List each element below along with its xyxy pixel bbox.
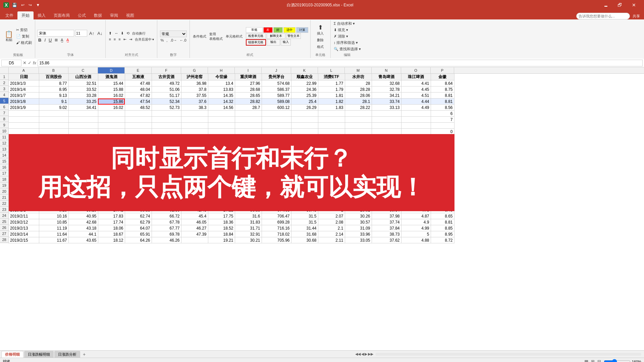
cell-L26[interactable]: 2.1 <box>318 225 345 231</box>
cell-N1[interactable]: 青岛啤酒 <box>372 74 401 80</box>
cell-I1[interactable]: 重庆啤酒 <box>235 74 262 80</box>
cell-C3[interactable]: 33.52 <box>68 86 98 93</box>
row-num-3[interactable]: 3 <box>0 86 8 92</box>
cell-P3[interactable]: 8.75 <box>431 86 454 93</box>
cell-M1[interactable]: 水井坊 <box>345 74 372 80</box>
cell-J4[interactable]: 589.77 <box>262 93 291 99</box>
cell-H2[interactable]: 13.4 <box>208 80 235 86</box>
align-right-button[interactable]: ≡ <box>117 37 121 42</box>
cell-F6[interactable]: 52.73 <box>152 105 181 111</box>
tab-review[interactable]: 审阅 <box>106 11 122 19</box>
cell-I2[interactable]: 27.96 <box>235 80 262 86</box>
row-num-8[interactable]: 8 <box>0 116 8 122</box>
col-header-E[interactable]: E <box>125 67 152 73</box>
cell-P4[interactable]: 8.81 <box>431 93 454 99</box>
cell-J6[interactable]: 600.12 <box>262 105 291 111</box>
row-num-21[interactable]: 21 <box>0 194 8 200</box>
cell-O26[interactable]: 4.99 <box>401 225 431 231</box>
row-num-17[interactable]: 17 <box>0 170 8 176</box>
cell-D1[interactable]: 酒鬼酒 <box>98 74 125 80</box>
cell-E25[interactable]: 62.79 <box>125 219 152 225</box>
cell-A4[interactable]: 2019/1/7 <box>9 93 39 99</box>
cell-L4[interactable]: 1.81 <box>318 93 345 99</box>
underline-button[interactable]: U <box>48 37 53 43</box>
cell-N2[interactable]: 32.68 <box>372 80 401 86</box>
cell-G26[interactable]: 46.27 <box>181 225 208 231</box>
number-format-select[interactable]: 常规 数值 货币 百分比 <box>160 31 187 37</box>
row-num-10[interactable]: 10 <box>0 128 8 134</box>
cell-K3[interactable]: 24.36 <box>291 86 318 93</box>
cell-P10[interactable]: 0 <box>431 129 454 135</box>
row-num-7[interactable]: 7 <box>0 110 8 116</box>
formula-insert-icon[interactable]: fx <box>33 60 36 65</box>
cell-D6[interactable]: 16.02 <box>98 105 125 111</box>
style-input[interactable]: 输入 <box>281 39 291 46</box>
row-num-13[interactable]: 13 <box>0 146 8 152</box>
align-left-button[interactable]: ≡ <box>108 37 112 42</box>
cell-I6[interactable]: 28.7 <box>235 105 262 111</box>
cell-B24[interactable]: 10.16 <box>39 213 68 219</box>
autosum-button[interactable]: Σ 自动求和 ▾ <box>333 21 362 26</box>
style-output[interactable]: 输出 <box>267 39 280 46</box>
cell-B4[interactable]: 9.13 <box>39 93 68 99</box>
decrease-font-button[interactable]: A↓ <box>96 31 103 36</box>
cell-H3[interactable]: 13.83 <box>208 86 235 93</box>
cell-E1[interactable]: 五粮液 <box>125 74 152 80</box>
row-num-23[interactable]: 23 <box>0 206 8 213</box>
tab-page-layout[interactable]: 页面布局 <box>50 11 74 19</box>
align-center-button[interactable]: ≡ <box>113 37 117 42</box>
cell-reference-input[interactable] <box>1 60 21 66</box>
col-header-B[interactable]: B <box>39 67 68 73</box>
cell-L24[interactable]: 2.07 <box>318 213 345 219</box>
cell-J1[interactable]: 贵州茅台 <box>262 74 291 80</box>
row-num-20[interactable]: 20 <box>0 188 8 194</box>
cell-M6[interactable]: 28.22 <box>345 105 372 111</box>
align-bottom-button[interactable]: ⬇ <box>120 31 125 36</box>
cell-J24[interactable]: 706.47 <box>262 213 291 219</box>
cell-O4[interactable]: 4.51 <box>401 93 431 99</box>
col-header-N[interactable]: N <box>372 67 401 73</box>
col-header-F[interactable]: F <box>152 67 181 73</box>
cell-O3[interactable]: 4.45 <box>401 86 431 93</box>
font-name-input[interactable] <box>37 30 74 37</box>
cell-D5[interactable]: 15.86 <box>98 99 125 105</box>
cell-J5[interactable]: 589.08 <box>262 99 291 105</box>
cell-G5[interactable]: 37.6 <box>181 99 208 105</box>
cell-J27[interactable]: 718.02 <box>262 231 291 237</box>
cell-K1[interactable]: 顺鑫农业 <box>291 74 318 80</box>
table-format-button[interactable]: 套用表格格式 <box>208 32 224 42</box>
col-header-M[interactable]: M <box>345 67 372 73</box>
cell-A5[interactable]: 2019/1/8 <box>9 99 39 105</box>
cell-K26[interactable]: 31.44 <box>291 225 318 231</box>
cell-D24[interactable]: 17.83 <box>98 213 125 219</box>
style-calc[interactable]: 计算 <box>296 27 308 33</box>
italic-button[interactable]: I <box>43 37 47 43</box>
cell-H6[interactable]: 14.56 <box>208 105 235 111</box>
cell-M24[interactable]: 30.26 <box>345 213 372 219</box>
font-size-input[interactable] <box>75 30 87 37</box>
cell-C1[interactable]: 山西汾酒 <box>68 74 98 80</box>
row-num-25[interactable]: 25 <box>0 219 8 225</box>
row-num-27[interactable]: 27 <box>0 231 8 237</box>
cell-B26[interactable]: 11.19 <box>39 225 68 231</box>
cell-A27[interactable]: 2019/2/14 <box>9 231 39 237</box>
col-header-D[interactable]: D <box>98 67 125 73</box>
style-explain[interactable]: 解释文本 <box>267 33 285 39</box>
find-select-button[interactable]: 🔍 查找和选择 ▾ <box>333 46 362 52</box>
style-bad[interactable]: 差 <box>263 27 273 33</box>
cell-D4[interactable]: 16.02 <box>98 93 125 99</box>
scroll-left-button[interactable]: ◀◀ <box>355 352 361 356</box>
cell-F26[interactable]: 67.77 <box>152 225 181 231</box>
row-num-9[interactable]: 9 <box>0 122 8 128</box>
share-button[interactable]: 共享 <box>633 14 640 19</box>
cell-L1[interactable]: 消费ETF <box>318 74 345 80</box>
row-num-1[interactable]: 1 <box>0 74 8 80</box>
align-top-button[interactable]: ⬆ <box>108 31 113 36</box>
page-break-view-button[interactable]: ⊞ <box>591 359 595 362</box>
sort-filter-button[interactable]: ↕ 排序和筛选 ▾ <box>333 40 362 46</box>
cell-I25[interactable]: 31.83 <box>235 219 262 225</box>
col-header-A[interactable]: A <box>9 67 39 73</box>
cell-A25[interactable]: 2019/2/12 <box>9 219 39 225</box>
cell-I28[interactable]: 30.21 <box>235 237 262 243</box>
cell-I3[interactable]: 28.68 <box>235 86 262 93</box>
